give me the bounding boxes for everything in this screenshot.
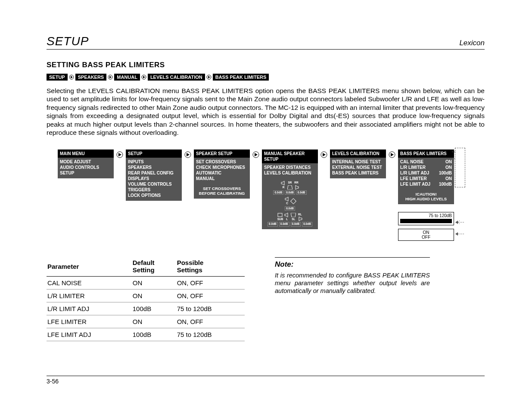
breadcrumb-chip: LEVELS CALIBRATION [148, 74, 205, 81]
table-header: PossibleSettings [176, 257, 245, 277]
arrow-right-icon [320, 151, 327, 158]
header-title: SETUP [47, 34, 89, 48]
note-title: Note: [275, 260, 430, 269]
menu-bass-peak-limiters: BASS PEAK LIMITERS CAL NOISEON L/R LIMIT… [398, 149, 454, 241]
menu-row: CAL NOISEON [400, 159, 452, 165]
menu-title: SETUP [126, 149, 182, 158]
caution-label: HIGH AUDIO LEVELS [400, 197, 452, 202]
menu-item: INTERNAL NOISE TEST [332, 159, 384, 165]
arrow-right-icon [141, 74, 147, 80]
menu-item: SPEAKER DISTANCES [264, 165, 316, 170]
table-row: L/R LIMITERONON, OFF [47, 290, 245, 302]
note-box: Note: It is recommended to configure BAS… [275, 257, 430, 295]
menu-diagram: MAIN MENU MODE ADJUST AUDIO CONTROLS SET… [58, 149, 485, 241]
arrow-right-icon [107, 74, 113, 80]
menu-setup: SETUP INPUTS SPEAKERS REAR PANEL CONFIG … [126, 149, 182, 201]
menu-speaker-setup: SPEAKER SETUP SET CROSSOVERS CHECK MICRO… [194, 149, 250, 199]
menu-row: LFE LIMIT ADJ100dB [400, 181, 452, 187]
menu-title: SPEAKER SETUP [194, 149, 250, 158]
menu-item: SETUP [60, 170, 112, 176]
menu-item: BASS PEAK LIMITERS [332, 170, 384, 176]
menu-item: VOLUME CONTROLS [128, 181, 180, 187]
onoff-box: ON OFF [398, 229, 454, 241]
svg-rect-7 [278, 213, 282, 217]
menu-levels-calibration: LEVELS CALIBRATION INTERNAL NOISE TEST E… [330, 149, 386, 178]
arrow-right-icon [206, 74, 212, 80]
header-brand: Lexicon [459, 39, 485, 47]
page-number: 3-56 [47, 376, 485, 385]
page-header: SETUP Lexicon [47, 34, 485, 50]
menu-item: EXTERNAL NOISE TEST [332, 165, 384, 170]
table-row: L/R LIMIT ADJ100dB75 to 120dB [47, 302, 245, 315]
breadcrumb-chip: SETUP [47, 74, 68, 81]
callout-bracket-icon [455, 148, 465, 187]
menu-row: L/R LIMITERON [400, 165, 452, 170]
arrow-right-icon [184, 151, 191, 158]
parameter-table: Parameter DefaultSetting PossibleSetting… [47, 257, 245, 341]
table-row: CAL NOISEONON, OFF [47, 277, 245, 290]
menu-main: MAIN MENU MODE ADJUST AUDIO CONTROLS SET… [58, 149, 114, 178]
arrow-right-icon [116, 151, 123, 158]
breadcrumb: SETUP SPEAKERS MANUAL LEVELS CALIBRATION… [47, 74, 485, 81]
menu-title: MAIN MENU [58, 149, 114, 158]
menu-title: BASS PEAK LIMITERS [398, 149, 454, 158]
range-bar-icon [400, 219, 452, 223]
menu-item: LOCK OPTIONS [128, 193, 180, 198]
breadcrumb-chip: SPEAKERS [75, 74, 107, 81]
menu-title: MANUAL SPEAKER SETUP [262, 149, 318, 163]
table-header: Parameter [47, 257, 132, 277]
menu-item: TRIGGERS [128, 187, 180, 193]
arrow-right-icon [389, 151, 395, 158]
menu-item: REAR PANEL CONFIG [128, 170, 180, 176]
note-body: It is recommended to configure BASS PEAK… [275, 271, 430, 295]
menu-item: INPUTS [128, 159, 180, 165]
menu-item: AUDIO CONTROLS [60, 165, 112, 170]
arrow-left-icon [455, 218, 464, 226]
menu-title: LEVELS CALIBRATION [330, 149, 386, 158]
breadcrumb-chip: BASS PEAK LIMITERS [213, 74, 269, 81]
section-title: SETTING BASS PEAK LIMITERS [47, 61, 485, 69]
range-box: 75 to 120dB [398, 212, 454, 225]
table-row: LFE LIMIT ADJ100dB75 to 120dB [47, 328, 245, 341]
onoff-on: ON [398, 230, 454, 235]
menu-row: L/R LIMIT ADJ100dB [400, 170, 452, 176]
menu-item: SET CROSSOVERS [196, 159, 248, 165]
table-row: LFE LIMITERONON, OFF [47, 315, 245, 328]
onoff-off: OFF [398, 235, 454, 240]
menu-manual-speaker-setup: MANUAL SPEAKER SETUP SPEAKER DISTANCES L… [262, 149, 318, 229]
body-paragraph: Selecting the LEVELS CALIBRATION menu BA… [47, 87, 485, 137]
menu-item: MODE ADJUST [60, 159, 112, 165]
speaker-layout-icon: R SR RR 0.0dB 0.0dB 0.0dB C 0.0dB [264, 181, 316, 227]
menu-item: SPEAKERS [128, 165, 180, 170]
breadcrumb-chip: MANUAL [114, 74, 140, 81]
menu-hint: BEFORE CALIBRATING [196, 191, 248, 196]
arrow-right-icon [68, 74, 75, 80]
menu-item: MANUAL [196, 176, 248, 181]
menu-item: CHECK MICROPHONES [196, 165, 248, 170]
menu-row: LFE LIMITERON [400, 176, 452, 181]
menu-item: AUTOMATIC [196, 170, 248, 176]
range-label: 75 to 120dB [400, 213, 452, 218]
menu-item: LEVELS CALIBRATION [264, 170, 316, 176]
table-header: DefaultSetting [132, 257, 176, 277]
arrow-left-icon [455, 232, 464, 237]
menu-item: DISPLAYS [128, 176, 180, 181]
arrow-right-icon [252, 151, 259, 158]
